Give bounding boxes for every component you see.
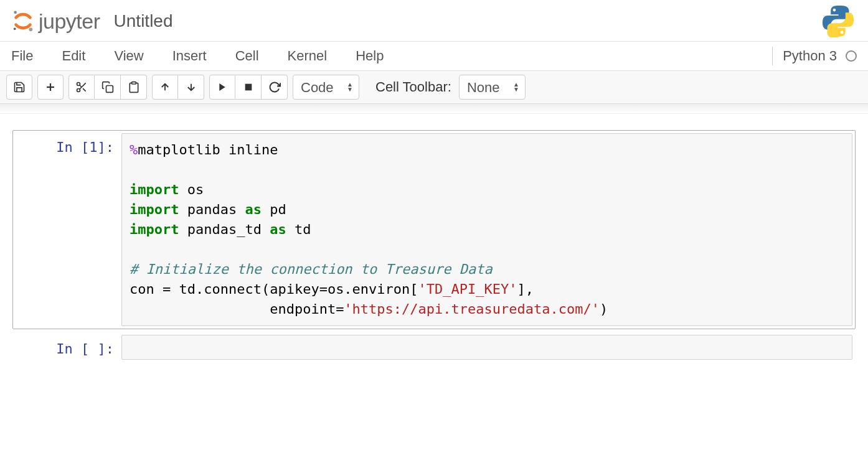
move-down-button[interactable] — [178, 75, 204, 100]
plus-icon — [45, 82, 56, 93]
menubar: File Edit View Insert Cell Kernel Help P… — [0, 41, 868, 71]
svg-point-2 — [14, 27, 16, 30]
svg-point-5 — [77, 83, 80, 86]
add-cell-button[interactable] — [37, 75, 64, 100]
svg-point-6 — [77, 89, 80, 92]
jupyter-logo[interactable]: jupyter — [11, 9, 100, 34]
jupyter-logo-icon — [11, 9, 35, 33]
restart-button[interactable] — [262, 75, 288, 100]
toolbar: Code ▲▼ Cell Toolbar: None ▲▼ — [0, 71, 868, 104]
svg-point-0 — [14, 11, 17, 14]
input-prompt: In [ ]: — [16, 335, 121, 360]
cell-toolbar-label: Cell Toolbar: — [375, 79, 451, 95]
svg-marker-14 — [219, 83, 225, 91]
menu-cell[interactable]: Cell — [235, 43, 276, 69]
menu-view[interactable]: View — [114, 43, 161, 69]
arrow-up-icon — [159, 82, 171, 93]
code-cell[interactable]: In [1]: %matplotlib inline import os imp… — [12, 130, 856, 329]
cut-button[interactable] — [68, 75, 95, 100]
paste-button[interactable] — [121, 75, 147, 100]
header: jupyter Untitled — [0, 0, 868, 41]
copy-icon — [101, 81, 114, 93]
paste-icon — [128, 81, 140, 93]
notebook-container: In [1]: %matplotlib inline import os imp… — [0, 114, 868, 384]
move-up-button[interactable] — [152, 75, 178, 100]
cell-toolbar-select[interactable]: None — [459, 75, 526, 100]
save-button[interactable] — [6, 75, 32, 100]
play-icon — [217, 82, 227, 92]
kernel-name: Python 3 — [772, 47, 843, 65]
notebook-title[interactable]: Untitled — [114, 11, 173, 31]
menu-insert[interactable]: Insert — [172, 43, 224, 69]
save-icon — [13, 81, 26, 93]
interrupt-button[interactable] — [235, 75, 262, 100]
input-prompt: In [1]: — [16, 133, 121, 326]
menu-file[interactable]: File — [11, 43, 50, 69]
svg-line-9 — [80, 85, 82, 87]
menu-edit[interactable]: Edit — [62, 43, 103, 69]
svg-rect-15 — [245, 84, 252, 91]
menu-kernel[interactable]: Kernel — [288, 43, 345, 69]
code-cell[interactable]: In [ ]: — [12, 332, 856, 363]
toolbar-shadow — [0, 104, 868, 114]
code-input-area[interactable] — [121, 335, 852, 360]
arrow-down-icon — [186, 82, 197, 93]
svg-point-1 — [29, 27, 33, 31]
refresh-icon — [268, 81, 281, 93]
kernel-indicator-idle-icon[interactable] — [846, 50, 857, 62]
jupyter-logo-text: jupyter — [39, 9, 100, 34]
copy-button[interactable] — [95, 75, 121, 100]
svg-rect-10 — [106, 86, 113, 93]
cell-type-select[interactable]: Code — [293, 75, 359, 100]
python-logo-icon — [822, 5, 854, 37]
scissors-icon — [75, 81, 88, 93]
svg-line-8 — [83, 88, 86, 91]
code-input-area[interactable]: %matplotlib inline import os import pand… — [121, 133, 852, 326]
svg-rect-11 — [131, 82, 136, 84]
menu-help[interactable]: Help — [356, 43, 401, 69]
run-button[interactable] — [209, 75, 235, 100]
stop-icon — [243, 82, 253, 92]
